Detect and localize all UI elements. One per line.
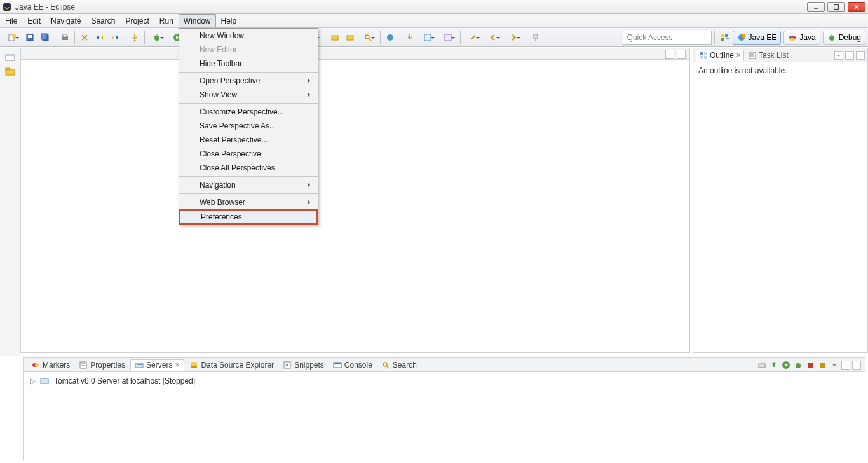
svg-rect-36 [534,34,538,38]
minimize-bp-icon[interactable] [841,361,850,370]
menu-run[interactable]: Run [154,14,179,27]
menuitem-save-perspective-as[interactable]: Save Perspective As... [179,119,318,133]
quick-access-input[interactable]: Quick Access [623,31,712,45]
outline-panel: Outline ✕Task List An outline is not ava… [693,48,868,353]
tree-expand-icon[interactable]: ▷ [30,377,36,385]
save-all-button[interactable] [38,31,52,45]
svg-point-46 [790,38,794,41]
tab-servers[interactable]: Servers ✕ [130,359,184,371]
no-publish-icon[interactable] [757,360,767,370]
svg-point-16 [154,36,159,41]
restore-view-icon[interactable] [4,52,16,63]
fwd-history-button[interactable] [504,31,523,45]
menu-search[interactable]: Search [86,14,120,27]
maximize-button[interactable] [827,2,845,12]
view-menu-bp-icon[interactable] [829,360,839,370]
editor-minimize-icon[interactable] [665,50,674,59]
menu-file[interactable]: File [1,14,22,27]
nav-fwd-button[interactable] [108,31,122,45]
web-browser-button[interactable] [383,31,397,45]
svg-rect-62 [80,362,86,368]
view-menu-icon[interactable] [834,51,843,60]
main-toolbar: JPA S Quick Access + Java EEJavaDebug [0,28,868,47]
tab-task-list[interactable]: Task List [745,50,791,60]
svg-point-31 [365,35,369,39]
svg-rect-49 [6,55,15,60]
step-into-button[interactable] [128,31,142,45]
new-button[interactable] [3,31,22,45]
svg-rect-8 [28,35,32,38]
publish-icon[interactable] [769,360,779,370]
menu-project[interactable]: Project [120,14,154,27]
stop-server-icon[interactable] [805,360,815,370]
debug-server-icon[interactable] [793,360,803,370]
menu-help[interactable]: Help [216,14,242,27]
menuitem-open-perspective[interactable]: Open Perspective [179,74,318,88]
tab-search[interactable]: Search [377,360,421,370]
menu-navigate[interactable]: Navigate [46,14,86,27]
nav-back-button[interactable] [93,31,107,45]
editor-area [20,48,690,353]
back-history-button[interactable] [484,31,503,45]
menuitem-preferences[interactable]: Preferences [179,209,318,225]
menuitem-show-view[interactable]: Show View [179,88,318,102]
link-editor-button[interactable] [78,31,92,45]
perspective-java-ee[interactable]: Java EE [733,31,782,45]
svg-rect-65 [135,363,143,368]
minimize-button[interactable] [807,2,825,12]
menuitem-web-browser[interactable]: Web Browser [179,195,318,209]
tab-snippets[interactable]: Snippets [279,360,328,370]
menuitem-close-perspective[interactable]: Close Perspective [179,147,318,161]
svg-rect-56 [704,56,707,59]
open-perspective-button[interactable]: + [717,31,731,45]
menuitem-new-window[interactable]: New Window [179,29,318,43]
tab-data-source-explorer[interactable]: Data Source Explorer [186,360,278,370]
close-button[interactable] [848,2,865,12]
project-explorer-icon[interactable] [4,66,16,77]
svg-rect-40 [721,38,724,41]
svg-text:+: + [726,34,729,42]
minimize-view-icon[interactable] [845,51,854,60]
debug-button[interactable] [147,31,166,45]
maximize-bp-icon[interactable] [852,361,861,370]
menuitem-close-all-perspectives[interactable]: Close All Perspectives [179,161,318,175]
pin-editor-button[interactable] [529,31,543,45]
svg-rect-73 [334,363,341,364]
maximize-view-icon[interactable] [856,51,865,60]
svg-rect-82 [42,380,47,380]
svg-point-6 [12,34,16,38]
menu-window[interactable]: Window [179,14,216,27]
menuitem-navigation[interactable]: Navigation [179,178,318,192]
tab-markers[interactable]: Markers [27,360,74,370]
open-type-button[interactable] [328,31,342,45]
save-button[interactable] [23,31,37,45]
open-task-button[interactable] [343,31,357,45]
menu-bar: FileEditNavigateSearchProjectRunWindowHe… [0,14,868,28]
tab-console[interactable]: Console [329,360,376,370]
bookmark-button[interactable] [438,31,458,45]
print-button[interactable] [58,31,72,45]
svg-rect-50 [6,54,15,56]
start-server-icon[interactable] [781,360,791,370]
quick-access-placeholder: Quick Access [627,33,673,42]
profile-server-icon[interactable] [817,360,827,370]
svg-point-61 [35,363,39,367]
menuitem-customize-perspective[interactable]: Customize Perspective... [179,105,318,119]
perspective-debug[interactable]: Debug [823,31,865,45]
svg-rect-57 [749,52,756,59]
menu-edit[interactable]: Edit [22,14,46,27]
bottom-panel: MarkersPropertiesServers ✕Data Source Ex… [23,357,865,460]
server-tree-row[interactable]: ▷ Tomcat v6.0 Server at localhost [Stopp… [30,376,858,386]
annotation-next-button[interactable] [418,31,437,45]
menuitem-hide-toolbar[interactable]: Hide Toolbar [179,57,318,71]
menuitem-reset-perspective[interactable]: Reset Perspective... [179,133,318,147]
svg-point-47 [829,36,834,41]
last-edit-button[interactable] [463,31,482,45]
perspective-java[interactable]: Java [783,31,820,45]
window-title: Java EE - Eclipse [15,3,75,11]
annotation-prev-button[interactable] [403,31,417,45]
tab-outline[interactable]: Outline ✕ [696,50,744,61]
search-button[interactable] [358,31,377,45]
tab-properties[interactable]: Properties [75,360,129,370]
editor-maximize-icon[interactable] [677,50,686,59]
